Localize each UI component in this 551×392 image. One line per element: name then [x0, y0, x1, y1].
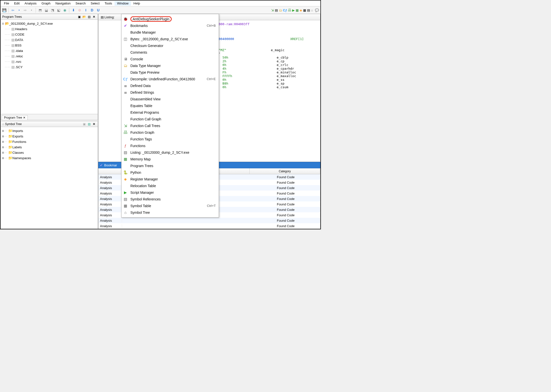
menu-item-function-call-trees[interactable]: ⇲Function Call Trees — [121, 122, 219, 129]
tree-item[interactable]: ⋯⋯▤DATA — [1, 37, 97, 43]
bookmark-row[interactable]: AnalysisFound Code — [98, 223, 320, 229]
menu-item-disassembled-view[interactable]: Disassembled View — [121, 96, 219, 102]
menu-item-register-manager[interactable]: ◈Register Manager — [121, 176, 219, 182]
tb-r8-icon[interactable]: ◈ — [300, 8, 302, 12]
tb-r12-icon[interactable]: 💬 — [315, 8, 319, 12]
menu-item-memory-map[interactable]: ▦Memory Map — [121, 156, 219, 162]
expand-icon[interactable]: ⊞ — [1, 146, 5, 149]
tree-item[interactable]: ⋯⋯▤Headers — [1, 26, 97, 32]
tree-item[interactable]: ⋯⋯▤.reloc — [1, 53, 97, 59]
menu-item-relocation-table[interactable]: Relocation Table — [121, 182, 219, 189]
tb-r3-icon[interactable]: 🗂 — [279, 8, 282, 12]
tree-item[interactable]: ⋯⋯▤BSS — [1, 43, 97, 48]
menu-item-decompile-undefinedfunction-00412600[interactable]: CƒDecompile: UndefinedFunction_00412600C… — [121, 76, 219, 82]
menu-item-bytes-00120000-dump-2-scy-exe[interactable]: ◫Bytes: _00120000_dump_2_SCY.exe — [121, 36, 219, 42]
menu-item-console[interactable]: 🖥Console — [121, 56, 219, 62]
nav4-icon[interactable]: ⬕ — [56, 7, 61, 13]
menu-item-checksum-generator[interactable]: Checksum Generator — [121, 42, 219, 49]
menu-item-external-programs[interactable]: External Programs — [121, 109, 219, 116]
expand-icon[interactable]: ⊞ — [1, 140, 5, 143]
collapse-icon[interactable]: ⊟ — [1, 22, 5, 25]
symbol-tree-item[interactable]: ⊞⋯📁Namespaces — [1, 155, 97, 161]
tab-program-tree[interactable]: Program Tree ✕ — [2, 115, 28, 120]
stop-icon[interactable]: ⊘ — [77, 7, 82, 13]
u-icon[interactable]: U — [96, 7, 101, 13]
menu-item-script-manager[interactable]: ▶Script Manager — [121, 189, 219, 196]
menu-item-bookmarks[interactable]: ✔BookmarksCtrl+B — [121, 22, 219, 29]
expand-icon[interactable]: ⊞ — [1, 151, 5, 154]
i-icon[interactable]: I — [83, 7, 89, 13]
tb-r10-icon[interactable]: ▤ — [307, 8, 310, 12]
save-icon[interactable]: 💾 — [1, 7, 7, 13]
menu-window[interactable]: Window — [115, 1, 131, 6]
forward-icon[interactable]: ⇨ — [23, 7, 28, 13]
tb-r7-icon[interactable]: ▦ — [296, 8, 299, 12]
menu-item-symbol-table[interactable]: ▦Symbol TableCtrl+T — [121, 202, 219, 209]
symbol-tree-item[interactable]: ⊞⋯📁Exports — [1, 133, 97, 139]
menu-item-program-trees[interactable]: Program Trees — [121, 162, 219, 169]
st-btn2-icon[interactable]: ▤ — [87, 122, 91, 126]
tree-root[interactable]: ⊟ 📂 _00120000_dump_2_SCY.exe — [1, 21, 97, 26]
pt-folder-icon[interactable]: 📂 — [82, 15, 86, 19]
expand-icon[interactable]: ⊞ — [1, 157, 5, 159]
tree-item[interactable]: ⋯⋯▤.SCY — [1, 64, 97, 70]
menu-item-symbol-tree[interactable]: ⌂Symbol Tree — [121, 209, 219, 216]
col-type[interactable] — [98, 168, 122, 174]
menu-item-functions[interactable]: ƒFunctions — [121, 142, 219, 149]
menu-help[interactable]: Help — [131, 1, 143, 6]
menu-navigation[interactable]: Navigation — [53, 1, 73, 6]
menu-item-python[interactable]: 🐍Python — [121, 169, 219, 176]
tree-item[interactable]: ⋯⋯▤.rsrc — [1, 59, 97, 64]
nav1-icon[interactable]: ⬒ — [37, 7, 43, 13]
back-icon[interactable]: ⇦ — [10, 7, 16, 13]
menu-item-antidebugseekerplugin[interactable]: 🐞AntiDebugSeekerPlugin — [121, 16, 219, 22]
menu-edit[interactable]: Edit — [12, 1, 22, 6]
tb-r5-icon[interactable]: 品 — [288, 8, 291, 12]
menu-item-listing-00120000-dump-2-scy-exe[interactable]: ▤Listing: _00120000_dump_2_SCY.exe — [121, 149, 219, 156]
col-category[interactable]: Category — [250, 168, 320, 174]
forward-menu-icon[interactable]: ▾ — [29, 7, 34, 13]
expand-icon[interactable]: ⊞ — [1, 130, 5, 132]
menu-item-data-type-manager[interactable]: 🗂Data Type Manager — [121, 62, 219, 69]
back-menu-icon[interactable]: ▾ — [16, 7, 22, 13]
expand-icon[interactable]: ⊞ — [1, 135, 5, 138]
menu-item-bundle-manager[interactable]: Bundle Manager — [121, 29, 219, 36]
menu-select[interactable]: Select — [88, 1, 102, 6]
tb-r1-icon[interactable]: ⇲ — [271, 8, 274, 12]
bookmark-row[interactable]: AnalysisFound Code — [98, 218, 320, 223]
menu-tools[interactable]: Tools — [102, 1, 115, 6]
menu-item-function-call-graph[interactable]: Function Call Graph — [121, 116, 219, 122]
menu-analysis[interactable]: Analysis — [22, 1, 39, 6]
nav2-icon[interactable]: ⬓ — [44, 7, 49, 13]
close-icon[interactable]: ✕ — [92, 122, 96, 126]
pt-btn3-icon[interactable]: ▤ — [87, 15, 91, 19]
symbol-tree-item[interactable]: ⊞⋯📁Functions — [1, 139, 97, 144]
menu-item-data-type-preview[interactable]: Data Type Preview — [121, 69, 219, 76]
tb-r4-icon[interactable]: Cƒ — [283, 8, 287, 12]
menu-item-defined-data[interactable]: ≣Defined Data — [121, 82, 219, 89]
nav5-icon[interactable]: ◉ — [62, 7, 68, 13]
pt-btn1-icon[interactable]: ▣ — [77, 15, 81, 19]
close-icon[interactable]: ✕ — [92, 15, 96, 19]
symbol-tree-item[interactable]: ⊞⋯📁Labels — [1, 144, 97, 150]
menu-item-function-tags[interactable]: Function Tags — [121, 136, 219, 142]
menu-search[interactable]: Search — [73, 1, 88, 6]
tb-r6-icon[interactable]: ▶ — [292, 8, 295, 12]
d-icon[interactable]: D — [89, 7, 95, 13]
down-icon[interactable]: ⬇ — [71, 7, 76, 13]
symbol-tree-item[interactable]: ⊞⋯📁Imports — [1, 128, 97, 133]
menu-item-equates-table[interactable]: Equates Table — [121, 102, 219, 109]
menu-item-defined-strings[interactable]: ≣Defined Strings — [121, 89, 219, 96]
tab-close-icon[interactable]: ✕ — [23, 116, 25, 119]
tb-r11-icon[interactable]: ⌂ — [311, 8, 313, 12]
tb-r2-icon[interactable]: ▤ — [275, 8, 278, 12]
nav3-icon[interactable]: ⬔ — [50, 7, 55, 13]
menu-file[interactable]: File — [1, 1, 12, 6]
menu-item-comments[interactable]: Comments — [121, 49, 219, 56]
menu-item-symbol-references[interactable]: ▤Symbol References — [121, 196, 219, 202]
symbol-tree-item[interactable]: ⊞⋯📁Classes — [1, 150, 97, 155]
tb-r9-icon[interactable]: ▦ — [303, 8, 306, 12]
menu-item-function-graph[interactable]: 品Function Graph — [121, 129, 219, 136]
menu-graph[interactable]: Graph — [39, 1, 53, 6]
tree-item[interactable]: ⋯⋯▤.idata — [1, 48, 97, 53]
